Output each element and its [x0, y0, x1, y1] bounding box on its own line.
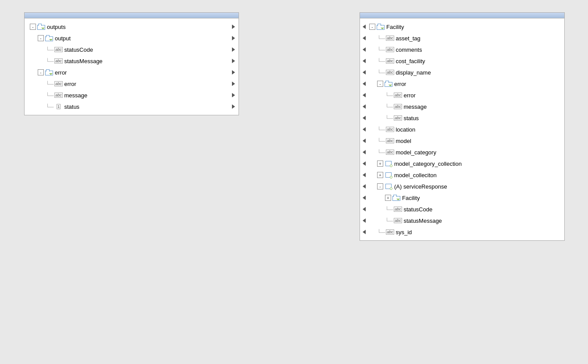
- folder-green-icon: [392, 194, 400, 201]
- right-item-sr_facility[interactable]: +Facility: [360, 192, 564, 203]
- left-arrow: [363, 47, 366, 52]
- right-arrow: [232, 25, 235, 29]
- left-arrow: [363, 104, 366, 109]
- left-panel: -outputs-output└─abcstatusCode└─abcstatu…: [24, 12, 239, 115]
- abc-icon: abc: [386, 35, 394, 42]
- left-arrow: [363, 218, 366, 223]
- abc-icon: abc: [54, 46, 62, 53]
- expand-icon[interactable]: -: [38, 35, 44, 41]
- expand-icon[interactable]: -: [369, 24, 375, 30]
- expand-icon[interactable]: +: [377, 161, 383, 167]
- right-arrow: [232, 82, 235, 86]
- item-label: statusCode: [403, 206, 432, 213]
- right-item-sr_statusMessage[interactable]: └─abcstatusMessage: [360, 215, 564, 226]
- right-item-asset_tag[interactable]: └─abcasset_tag: [360, 32, 564, 44]
- dashed-line: └─: [46, 103, 53, 110]
- expand-icon[interactable]: +: [377, 172, 383, 178]
- left-arrow: [363, 25, 366, 29]
- left-arrow: [363, 173, 366, 177]
- item-label: statusMessage: [403, 218, 442, 224]
- connection-line: [235, 84, 363, 95]
- item-label: (A) serviceResponse: [394, 183, 447, 190]
- left-arrow: [363, 127, 366, 132]
- item-label: model_category: [396, 149, 436, 156]
- main-canvas: -outputs-output└─abcstatusCode└─abcstatu…: [0, 0, 588, 364]
- item-label: location: [396, 126, 415, 133]
- right-arrow: [232, 47, 235, 52]
- abc-icon: abc: [386, 228, 394, 236]
- abc-icon: abc: [54, 92, 62, 99]
- right-item-location[interactable]: └─abclocation: [360, 124, 564, 135]
- item-label: asset_tag: [396, 35, 420, 42]
- left-item-outputs[interactable]: -outputs: [25, 21, 239, 32]
- right-item-model[interactable]: └─abcmodel: [360, 135, 564, 146]
- expand-icon[interactable]: +: [385, 195, 391, 201]
- right-arrow: [232, 59, 235, 63]
- item-label: model_colleciton: [394, 172, 437, 178]
- right-item-comments[interactable]: └─abccomments: [360, 44, 564, 55]
- right-item-model_category[interactable]: └─abcmodel_category: [360, 146, 564, 158]
- left-item-message[interactable]: └─abcmessage: [25, 89, 239, 101]
- right-panel-body: -Facility└─abcasset_tag└─abccomments└─ab…: [360, 18, 564, 240]
- expand-icon[interactable]: -: [38, 69, 44, 75]
- left-item-statusMessage[interactable]: └─abcstatusMessage: [25, 55, 239, 67]
- expand-icon[interactable]: -: [377, 183, 383, 189]
- item-label: outputs: [47, 24, 66, 30]
- left-item-statusCode[interactable]: └─abcstatusCode: [25, 44, 239, 55]
- item-label: statusCode: [64, 46, 93, 53]
- left-item-output[interactable]: -output: [25, 32, 239, 44]
- left-arrow: [363, 36, 366, 40]
- abc-icon: abc: [54, 80, 62, 87]
- connection-line: [235, 107, 363, 118]
- right-item-cost_facility[interactable]: └─abccost_facility: [360, 55, 564, 67]
- left-item-status[interactable]: └─1status: [25, 101, 239, 112]
- right-item-r_message[interactable]: └─abcmessage: [360, 101, 564, 112]
- collection-icon: [385, 171, 392, 178]
- expand-icon[interactable]: -: [30, 24, 36, 30]
- item-label: model_category_collection: [394, 161, 462, 167]
- right-item-model_colleciton[interactable]: +model_colleciton: [360, 169, 564, 181]
- right-item-serviceResponse[interactable]: -(A) serviceResponse: [360, 181, 564, 192]
- dashed-line: └─: [377, 35, 385, 42]
- item-label: error: [394, 81, 406, 87]
- expand-icon[interactable]: -: [377, 81, 383, 87]
- collection-icon: [385, 160, 392, 167]
- dashed-line: └─: [385, 218, 393, 224]
- right-item-model_category_collection[interactable]: +model_category_collection: [360, 158, 564, 169]
- right-item-r_error[interactable]: -error: [360, 78, 564, 89]
- connection-line: [235, 61, 363, 221]
- left-arrow: [363, 196, 366, 200]
- dashed-line: └─: [46, 58, 53, 64]
- left-item-error[interactable]: -error: [25, 67, 239, 78]
- folder-green-icon: [385, 80, 392, 87]
- item-label: Facility: [402, 195, 420, 201]
- right-item-r_status[interactable]: └─abcstatus: [360, 112, 564, 124]
- abc-icon: abc: [386, 126, 394, 133]
- abc-icon: abc: [386, 46, 394, 53]
- right-arrow: [232, 93, 235, 97]
- left-arrow: [363, 150, 366, 154]
- abc-icon: abc: [394, 103, 402, 110]
- folder-icon: [45, 69, 53, 76]
- dashed-line: └─: [46, 81, 53, 87]
- right-item-r_error_field[interactable]: └─abcerror: [360, 89, 564, 101]
- right-item-sys_id[interactable]: └─abcsys_id: [360, 226, 564, 238]
- right-item-sr_statusCode[interactable]: └─abcstatusCode: [360, 203, 564, 215]
- dashed-line: └─: [46, 92, 53, 99]
- dashed-line: └─: [385, 103, 393, 110]
- right-item-facility[interactable]: -Facility: [360, 21, 564, 32]
- abc-icon: abc: [386, 57, 394, 64]
- item-label: status: [64, 103, 79, 110]
- left-panel-body: -outputs-output└─abcstatusCode└─abcstatu…: [25, 18, 239, 115]
- right-panel-title: [360, 13, 564, 18]
- right-item-display_name[interactable]: └─abcdisplay_name: [360, 67, 564, 78]
- item-label: message: [403, 103, 427, 110]
- dashed-line: └─: [377, 126, 385, 133]
- item-label: output: [55, 35, 71, 42]
- right-panel: -Facility└─abcasset_tag└─abccomments└─ab…: [360, 12, 565, 241]
- left-item-error_field[interactable]: └─abcerror: [25, 78, 239, 89]
- abc-icon: abc: [386, 137, 394, 144]
- dashed-line: └─: [385, 115, 393, 121]
- left-arrow: [363, 230, 366, 234]
- dashed-line: └─: [377, 149, 385, 156]
